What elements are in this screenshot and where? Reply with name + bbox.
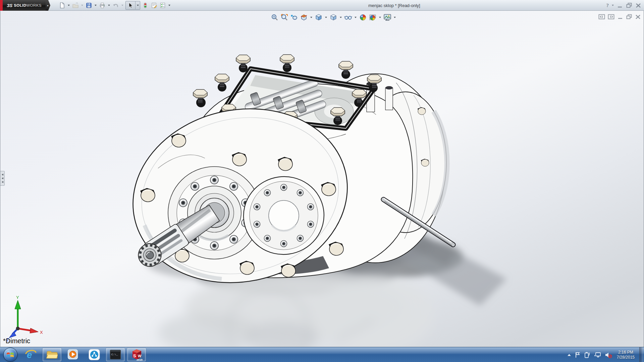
doc-close-button[interactable]: [635, 14, 641, 19]
command-prompt-label: C:\_: [111, 353, 118, 356]
solidworks-2015-icon: S W 2015: [130, 348, 143, 361]
zoom-to-fit-button[interactable]: [271, 13, 279, 21]
view-settings-dropdown[interactable]: [393, 17, 396, 18]
file-properties-button[interactable]: [150, 1, 158, 10]
show-hidden-icons-button[interactable]: [567, 353, 571, 357]
view-settings-button[interactable]: [383, 13, 391, 21]
minimize-button[interactable]: [617, 3, 623, 8]
speaker-muted-icon: [605, 352, 612, 358]
taskbar-item-windows-explorer[interactable]: [43, 348, 61, 361]
chevron-left-icon: [2, 181, 3, 183]
pane-expand-right-button[interactable]: [608, 14, 614, 19]
pane-collapse-left-button[interactable]: [598, 14, 605, 19]
display-style-button[interactable]: [329, 13, 337, 21]
network-button[interactable]: [594, 352, 601, 358]
title-bar: ЗS SOLID WORKS ▸: [0, 0, 644, 11]
zoom-to-area-button[interactable]: [280, 13, 288, 21]
clock-date: 7/28/2015: [617, 355, 635, 360]
windows-taskbar: e: [0, 347, 644, 362]
volume-button[interactable]: [605, 352, 612, 358]
window-controls: ?: [606, 0, 642, 11]
section-view-button[interactable]: [300, 13, 308, 21]
display-style-dropdown[interactable]: [339, 17, 342, 18]
sw-badge-w: W: [138, 354, 142, 358]
show-menu-arrow[interactable]: ▸: [46, 0, 50, 11]
hide-show-items-dropdown[interactable]: [354, 17, 357, 18]
quick-access-toolbar: [58, 1, 172, 10]
open-dropdown[interactable]: [80, 1, 85, 10]
blue-nodes-app-icon: [89, 349, 100, 360]
doc-restore-button[interactable]: [626, 14, 632, 19]
dassault-logo-glyph: ЗS: [7, 3, 12, 8]
view-orientation-label: *Dimetric: [3, 337, 30, 345]
flag-icon: [575, 352, 581, 358]
save-dropdown[interactable]: [93, 1, 98, 10]
document-window-controls: [598, 14, 641, 19]
new-document-button[interactable]: [58, 1, 66, 10]
options-button[interactable]: [158, 1, 167, 10]
open-button[interactable]: [71, 1, 80, 10]
select-tool-dropdown[interactable]: [135, 1, 140, 10]
battery-plug-icon: [584, 352, 591, 358]
triad-x-label: X: [40, 330, 43, 335]
select-tool-group: [125, 1, 140, 10]
windows-flag-icon: [6, 351, 14, 358]
section-view-dropdown[interactable]: [310, 17, 313, 18]
command-prompt-icon: C:\_: [110, 350, 121, 360]
taskbar-clock[interactable]: 2:16 PM 7/28/2015: [617, 350, 635, 360]
network-icon: [594, 352, 601, 358]
hide-show-items-button[interactable]: [344, 13, 352, 21]
gearbox-3d-model[interactable]: [0, 11, 644, 347]
taskbar-items: e: [21, 348, 146, 361]
media-player-icon: [67, 349, 79, 360]
help-icon[interactable]: ?: [606, 3, 609, 8]
sw-badge-s: S: [133, 353, 136, 358]
featuremanager-collapsed-tab[interactable]: [0, 171, 5, 186]
chevron-left-icon: [2, 174, 3, 176]
edit-appearance-button[interactable]: [359, 13, 367, 21]
triad-y-label: Y: [16, 295, 19, 300]
brand-accent-strip: [0, 0, 3, 11]
help-dropdown[interactable]: [612, 5, 614, 6]
close-button[interactable]: [635, 3, 641, 8]
new-document-dropdown[interactable]: [66, 1, 71, 10]
system-tray: 2:16 PM 7/28/2015: [567, 347, 644, 362]
start-button[interactable]: [3, 348, 17, 362]
orientation-triad: Y X Z: [6, 295, 46, 342]
folder-icon: [46, 349, 58, 360]
taskbar-item-internet-explorer[interactable]: e: [21, 348, 40, 361]
clock-time: 2:16 PM: [617, 350, 635, 355]
sw-badge-year: 2015: [137, 358, 143, 361]
restore-button[interactable]: [626, 3, 632, 8]
view-orientation-dropdown[interactable]: [324, 17, 328, 18]
graphics-viewport[interactable]: Y X Z *Dimetric: [0, 11, 644, 347]
apply-scene-button[interactable]: [369, 13, 377, 21]
taskbar-item-blue-nodes-app[interactable]: [85, 348, 104, 361]
solidworks-logo: ЗS SOLID WORKS: [3, 0, 46, 11]
action-center-button[interactable]: [575, 352, 581, 358]
undo-dropdown[interactable]: [120, 1, 125, 10]
select-tool-button[interactable]: [126, 1, 135, 10]
previous-view-button[interactable]: [290, 13, 298, 21]
save-button[interactable]: [85, 1, 93, 10]
print-button[interactable]: [98, 1, 107, 10]
chevron-left-icon: [2, 177, 3, 179]
apply-scene-dropdown[interactable]: [378, 17, 382, 18]
show-desktop-button[interactable]: [639, 347, 643, 362]
taskbar-item-solidworks[interactable]: S W 2015: [127, 348, 146, 361]
doc-minimize-button[interactable]: [617, 14, 623, 19]
heads-up-view-toolbar: [271, 13, 396, 21]
document-title: menjac sklop * [Read-only]: [368, 0, 420, 11]
print-dropdown[interactable]: [107, 1, 111, 10]
power-battery-button[interactable]: [584, 352, 591, 358]
view-orientation-button[interactable]: [315, 13, 323, 21]
taskbar-item-media-player[interactable]: [64, 348, 83, 361]
taskbar-item-command-prompt[interactable]: C:\_: [106, 348, 125, 361]
floor-reflection: [158, 274, 433, 347]
undo-button[interactable]: [111, 1, 120, 10]
internet-explorer-icon: e: [25, 349, 37, 360]
options-dropdown[interactable]: [167, 1, 172, 10]
rebuild-button[interactable]: [141, 1, 150, 10]
solidworks-window: ЗS SOLID WORKS ▸: [0, 0, 644, 362]
chevron-up-icon: [567, 353, 571, 357]
